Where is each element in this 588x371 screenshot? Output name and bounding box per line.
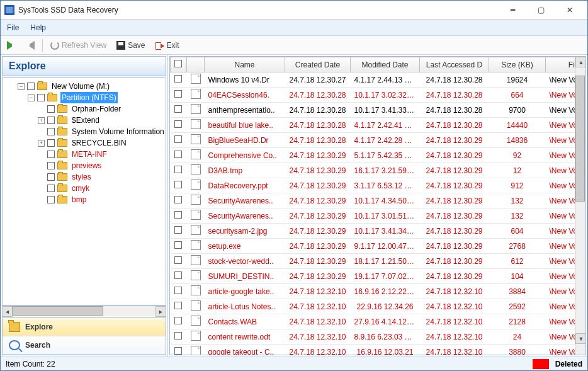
maximize-button[interactable]: ▢ (527, 1, 555, 20)
twisty-icon[interactable] (38, 163, 45, 169)
scroll-up-icon[interactable]: ▲ (575, 57, 586, 67)
checkbox[interactable] (47, 105, 55, 113)
checkbox[interactable] (47, 139, 55, 147)
nav-explore[interactable]: Explore (3, 318, 166, 336)
nav-forward-button[interactable] (23, 40, 37, 51)
row-checkbox[interactable] (174, 332, 182, 340)
row-checkbox[interactable] (174, 196, 182, 203)
header-path[interactable]: File Path (546, 57, 575, 72)
table-row[interactable]: anthempresentatio..24.7.18 12.30.2810.1.… (171, 103, 575, 118)
table-row[interactable]: securitysam-2.jpg24.7.18 12.30.2910.1.17… (171, 224, 575, 239)
tree-item[interactable]: System Volume Information (38, 126, 166, 137)
table-row[interactable]: google takeout - C..24.7.18 12.32.1016.9… (171, 345, 575, 355)
tree-item[interactable]: +$RECYCLE.BIN (38, 137, 166, 149)
exit-button[interactable]: Exit (153, 40, 182, 51)
twisty-icon[interactable] (38, 151, 45, 158)
row-checkbox[interactable] (174, 120, 182, 128)
tree-item[interactable]: previews (38, 160, 166, 171)
table-row[interactable]: DataRecovery.ppt24.7.18 12.30.293.1.17 6… (171, 178, 575, 193)
row-checkbox[interactable] (174, 90, 182, 98)
row-checkbox[interactable] (174, 211, 182, 219)
row-checkbox[interactable] (174, 181, 182, 188)
row-checkbox[interactable] (174, 135, 182, 143)
header-modified[interactable]: Modified Date (351, 57, 420, 72)
row-checkbox[interactable] (174, 287, 182, 294)
table-row[interactable]: SecurityAwarenes..24.7.18 12.30.2910.1.1… (171, 208, 575, 224)
save-button[interactable]: Save (114, 40, 147, 51)
checkbox[interactable] (47, 196, 55, 203)
menu-help[interactable]: Help (30, 23, 46, 32)
row-checkbox[interactable] (174, 75, 182, 83)
row-checkbox[interactable] (174, 166, 182, 173)
row-checkbox[interactable] (174, 302, 182, 309)
tree-item[interactable]: Orphan-Folder (38, 103, 166, 115)
refresh-button[interactable]: Refresh View (48, 40, 109, 51)
twisty-icon[interactable] (38, 174, 45, 181)
twisty-icon[interactable]: + (38, 117, 45, 124)
row-checkbox[interactable] (174, 241, 182, 249)
scroll-left-icon[interactable]: ◄ (2, 306, 13, 317)
row-checkbox[interactable] (174, 151, 182, 158)
table-row[interactable]: setup.exe24.7.18 12.30.299.1.17 12.00.47… (171, 239, 575, 254)
table-row[interactable]: SecurityAwarenes..24.7.18 12.30.2910.1.1… (171, 193, 575, 208)
table-row[interactable]: BigBlueSeaHD.Dr24.7.18 12.30.284.1.17 2.… (171, 133, 575, 148)
twisty-icon[interactable] (38, 106, 45, 113)
table-row[interactable]: article-google take..24.7.18 12.32.1016.… (171, 284, 575, 299)
cell-modified: 4.1.17 2.42.41 PM (351, 118, 420, 133)
scroll-thumb[interactable] (575, 76, 585, 202)
table-row[interactable]: SUMURI_DESTIN..24.7.18 12.30.2919.1.17 7… (171, 269, 575, 284)
table-row[interactable]: Windows 10 v4.Dr24.7.18 12.30.274.1.17 2… (171, 72, 575, 88)
scroll-down-icon[interactable]: ▼ (575, 333, 586, 344)
nav-back-button[interactable] (4, 40, 18, 51)
nav-search[interactable]: Search (3, 336, 166, 355)
scroll-thumb[interactable] (13, 306, 103, 316)
twisty-icon[interactable] (38, 128, 45, 135)
tree-item[interactable]: bmp (38, 194, 166, 205)
table-row[interactable]: beautiful blue lake..24.7.18 12.30.284.1… (171, 118, 575, 133)
table-row[interactable]: content rewrite.odt24.7.18 12.32.108.9.1… (171, 329, 575, 345)
grid-vscrollbar[interactable]: ▲ ▼ (575, 57, 585, 355)
scroll-right-icon[interactable]: ► (155, 306, 166, 317)
row-checkbox[interactable] (174, 256, 182, 264)
table-row[interactable]: D3AB.tmp24.7.18 12.30.2916.1.17 3.21.59 … (171, 163, 575, 178)
tree-item[interactable]: +$Extend (38, 115, 166, 126)
table-row[interactable]: article-Lotus Notes..24.7.18 12.32.1022.… (171, 299, 575, 314)
row-checkbox[interactable] (174, 317, 182, 324)
header-accessed[interactable]: Last Accessed D (420, 57, 489, 72)
twisty-icon[interactable]: − (18, 83, 25, 90)
checkbox[interactable] (47, 117, 55, 124)
checkbox[interactable] (47, 173, 55, 181)
table-row[interactable]: 04EACSession46.24.7.18 12.30.2810.1.17 3… (171, 88, 575, 103)
table-row[interactable]: stock-vector-wedd..24.7.18 12.30.2918.1.… (171, 254, 575, 269)
header-checkbox[interactable] (171, 57, 187, 72)
row-checkbox[interactable] (174, 226, 182, 234)
table-row[interactable]: Contacts.WAB24.7.18 12.32.1027.9.16 4.14… (171, 314, 575, 329)
menu-file[interactable]: File (7, 23, 19, 32)
minimize-button[interactable]: ━ (499, 1, 527, 20)
table-row[interactable]: Comprehensive Co..24.7.18 12.30.295.1.17… (171, 148, 575, 163)
tree-partition[interactable]: − Partition (NTFS) (28, 92, 166, 103)
checkbox[interactable] (47, 151, 55, 158)
twisty-icon[interactable] (38, 185, 45, 192)
checkbox[interactable] (47, 128, 55, 135)
tree-root[interactable]: − New Volume (M:) (18, 81, 166, 92)
header-created[interactable]: Created Date (285, 57, 351, 72)
checkbox[interactable] (27, 83, 35, 90)
header-name[interactable]: Name (205, 57, 285, 72)
row-checkbox[interactable] (174, 105, 182, 113)
file-grid[interactable]: Name Created Date Modified Date Last Acc… (170, 57, 575, 355)
checkbox[interactable] (37, 94, 45, 101)
close-button[interactable]: ✕ (555, 1, 584, 20)
twisty-icon[interactable] (38, 197, 45, 203)
row-checkbox[interactable] (174, 347, 182, 355)
tree-item[interactable]: cmyk (38, 183, 166, 194)
tree-hscrollbar[interactable]: ◄ ► (2, 305, 166, 316)
checkbox[interactable] (47, 185, 55, 192)
header-size[interactable]: Size (KB) (489, 57, 546, 72)
row-checkbox[interactable] (174, 271, 182, 279)
tree-item[interactable]: META-INF (38, 149, 166, 160)
twisty-icon[interactable]: − (28, 94, 35, 101)
tree-item[interactable]: styles (38, 171, 166, 183)
twisty-icon[interactable]: + (38, 140, 45, 147)
checkbox[interactable] (47, 162, 55, 169)
